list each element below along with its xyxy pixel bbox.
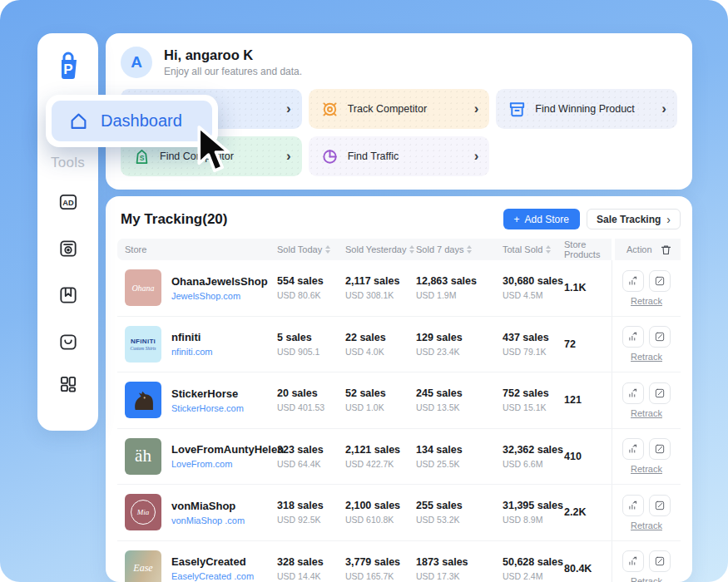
total-sold-usd: USD 2.4M <box>503 571 564 581</box>
sold-yesterday-usd: USD 610.8K <box>345 515 416 525</box>
retrack-link[interactable]: Retrack <box>631 296 662 306</box>
analytics-button[interactable] <box>622 438 644 460</box>
edit-pencil-icon <box>654 331 666 343</box>
app-logo-icon[interactable]: P <box>49 47 87 88</box>
retrack-link[interactable]: Retrack <box>631 408 662 418</box>
pie-chart-icon <box>320 147 339 166</box>
edit-button[interactable] <box>649 495 671 516</box>
edit-pencil-icon <box>654 555 666 567</box>
chart-bars-icon <box>627 500 639 511</box>
edit-pencil-icon <box>654 387 666 399</box>
sold-7days-value: 12,863 sales <box>416 275 503 287</box>
greeting-subtitle: Enjoy all our features and data. <box>164 66 302 77</box>
sold-7days-value: 134 sales <box>416 444 503 456</box>
sold-7days-usd: USD 17.3K <box>416 571 503 581</box>
edit-button[interactable] <box>649 382 671 404</box>
add-store-button[interactable]: + Add Store <box>503 209 580 229</box>
chevron-right-icon: › <box>286 101 291 117</box>
screen: P Tools AD <box>0 0 728 582</box>
ad-badge-icon: AD <box>62 199 74 207</box>
my-tracking-panel: My Tracking(20) + Add Store Sale Trackin… <box>106 196 692 582</box>
table-row: äh LoveFromAuntyHelen LoveFrom.com 323 s… <box>117 429 681 486</box>
horse-head-icon <box>129 386 157 414</box>
sold-yesterday-usd: USD 308.1K <box>345 290 416 300</box>
edit-button[interactable] <box>649 326 671 348</box>
store-domain-link[interactable]: EaselyCreated .com <box>171 571 254 581</box>
store-domain-link[interactable]: LoveFrom.com <box>171 459 284 469</box>
chevron-right-icon: › <box>661 101 666 117</box>
store-products-value: 72 <box>564 338 612 350</box>
sort-icon[interactable] <box>546 245 551 254</box>
edit-button[interactable] <box>649 270 671 292</box>
analytics-button[interactable] <box>622 382 644 404</box>
sort-icon[interactable] <box>467 245 472 254</box>
analytics-button[interactable] <box>622 495 644 516</box>
retrack-link[interactable]: Retrack <box>631 352 662 362</box>
col-sold-7days[interactable]: Sold 7 days <box>416 244 503 254</box>
col-total-sold[interactable]: Total Sold <box>503 244 564 254</box>
card-label: Find Traffic <box>348 150 399 162</box>
store-name: vonMiaShop <box>171 500 245 512</box>
trash-icon[interactable] <box>660 244 672 256</box>
card-label: Track Competitor <box>348 103 427 115</box>
sort-icon[interactable] <box>325 245 330 254</box>
store-domain-link[interactable]: JewelsShop.com <box>171 291 268 301</box>
card-find-winning-product[interactable]: Find Winning Product › <box>496 89 677 129</box>
col-action: Action <box>626 244 652 254</box>
store-products-value: 121 <box>564 394 612 406</box>
edit-pencil-icon <box>654 275 666 287</box>
sold-yesterday-value: 2,117 sales <box>345 275 416 287</box>
sidebar-item-apps[interactable] <box>56 372 81 397</box>
store-domain-link[interactable]: vonMiaShop .com <box>171 515 245 525</box>
sold-yesterday-usd: USD 422.7K <box>345 459 416 469</box>
sidebar-item-ads[interactable]: AD <box>56 190 81 215</box>
avatar[interactable]: A <box>121 47 152 78</box>
edit-button[interactable] <box>649 438 671 460</box>
archive-box-icon <box>508 100 527 119</box>
total-sold-value: 437 sales <box>503 332 564 343</box>
add-store-label: Add Store <box>525 214 569 225</box>
store-domain-link[interactable]: StickerHorse.com <box>171 403 244 413</box>
tools-section-label: Tools <box>37 155 98 171</box>
store-name: OhanaJewelsShop <box>171 275 268 288</box>
chevron-right-icon: › <box>666 213 671 226</box>
analytics-button[interactable] <box>622 270 644 292</box>
sale-tracking-label: Sale Tracking <box>597 214 661 225</box>
store-products-value: 2.2K <box>564 506 612 518</box>
store-products-value: 1.1K <box>564 282 612 293</box>
dashboard-menu-item[interactable]: Dashboard <box>52 101 212 141</box>
store-logo: äh <box>125 438 161 475</box>
total-sold-value: 50,628 sales <box>503 556 564 568</box>
sold-today-usd: USD 401.53 <box>277 402 345 412</box>
sold-7days-usd: USD 13.5K <box>416 402 503 412</box>
sort-icon[interactable] <box>409 245 414 254</box>
retrack-link[interactable]: Retrack <box>631 576 662 582</box>
table-row: StickerHorse StickerHorse.com 20 salesUS… <box>117 372 681 429</box>
analytics-button[interactable] <box>622 550 644 572</box>
svg-text:S: S <box>140 153 145 161</box>
chart-bars-icon <box>627 555 639 567</box>
col-store-products[interactable]: Store Products <box>564 239 612 259</box>
col-sold-yesterday[interactable]: Sold Yesterday <box>345 244 416 254</box>
sold-yesterday-usd: USD 165.7K <box>345 571 416 581</box>
sidebar-item-store[interactable] <box>56 329 81 354</box>
total-sold-usd: USD 4.5M <box>503 290 564 300</box>
card-find-traffic[interactable]: Find Traffic › <box>309 136 490 176</box>
sidebar-item-product-research[interactable] <box>56 236 81 261</box>
store-name: LoveFromAuntyHelen <box>171 443 284 456</box>
edit-button[interactable] <box>649 550 671 572</box>
sold-7days-value: 129 sales <box>416 332 503 343</box>
sale-tracking-button[interactable]: Sale Tracking › <box>587 209 681 229</box>
bookmark-box-icon <box>57 284 79 306</box>
store-domain-link[interactable]: nfiniti.com <box>171 347 213 357</box>
sidebar-item-bookmarks[interactable] <box>56 283 81 308</box>
analytics-button[interactable] <box>622 326 644 348</box>
retrack-link[interactable]: Retrack <box>631 464 662 474</box>
sold-today-value: 328 sales <box>277 556 345 568</box>
col-store[interactable]: Store <box>125 244 277 254</box>
sold-yesterday-usd: USD 1.0K <box>345 402 416 412</box>
col-sold-today[interactable]: Sold Today <box>277 244 345 254</box>
card-track-competitor[interactable]: Track Competitor › <box>309 89 490 129</box>
edit-pencil-icon <box>654 500 666 511</box>
retrack-link[interactable]: Retrack <box>631 520 662 530</box>
